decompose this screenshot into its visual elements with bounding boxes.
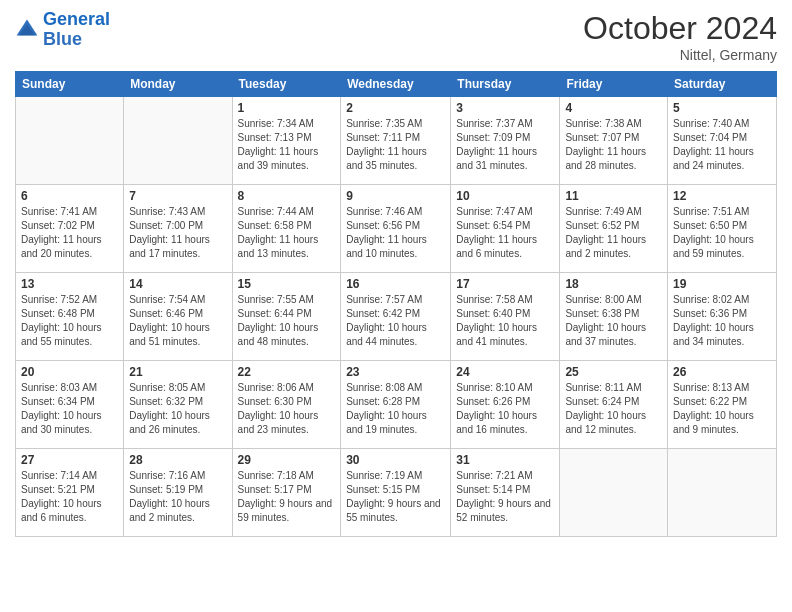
calendar-cell (16, 97, 124, 185)
day-number: 9 (346, 189, 445, 203)
day-info: Sunrise: 7:34 AM Sunset: 7:13 PM Dayligh… (238, 117, 336, 173)
day-info: Sunrise: 7:16 AM Sunset: 5:19 PM Dayligh… (129, 469, 226, 525)
day-info: Sunrise: 7:19 AM Sunset: 5:15 PM Dayligh… (346, 469, 445, 525)
weekday-header: Wednesday (341, 72, 451, 97)
calendar-table: SundayMondayTuesdayWednesdayThursdayFrid… (15, 71, 777, 537)
day-number: 19 (673, 277, 771, 291)
calendar-cell: 6Sunrise: 7:41 AM Sunset: 7:02 PM Daylig… (16, 185, 124, 273)
day-number: 6 (21, 189, 118, 203)
day-info: Sunrise: 7:58 AM Sunset: 6:40 PM Dayligh… (456, 293, 554, 349)
day-info: Sunrise: 7:41 AM Sunset: 7:02 PM Dayligh… (21, 205, 118, 261)
calendar-week-row: 20Sunrise: 8:03 AM Sunset: 6:34 PM Dayli… (16, 361, 777, 449)
day-number: 24 (456, 365, 554, 379)
day-info: Sunrise: 7:47 AM Sunset: 6:54 PM Dayligh… (456, 205, 554, 261)
calendar-cell: 17Sunrise: 7:58 AM Sunset: 6:40 PM Dayli… (451, 273, 560, 361)
day-info: Sunrise: 8:00 AM Sunset: 6:38 PM Dayligh… (565, 293, 662, 349)
day-info: Sunrise: 7:51 AM Sunset: 6:50 PM Dayligh… (673, 205, 771, 261)
calendar-cell: 7Sunrise: 7:43 AM Sunset: 7:00 PM Daylig… (124, 185, 232, 273)
day-info: Sunrise: 7:38 AM Sunset: 7:07 PM Dayligh… (565, 117, 662, 173)
day-number: 26 (673, 365, 771, 379)
day-number: 1 (238, 101, 336, 115)
location-subtitle: Nittel, Germany (583, 47, 777, 63)
calendar-cell: 31Sunrise: 7:21 AM Sunset: 5:14 PM Dayli… (451, 449, 560, 537)
logo-line1: General (43, 9, 110, 29)
day-number: 18 (565, 277, 662, 291)
calendar-week-row: 1Sunrise: 7:34 AM Sunset: 7:13 PM Daylig… (16, 97, 777, 185)
day-info: Sunrise: 7:46 AM Sunset: 6:56 PM Dayligh… (346, 205, 445, 261)
day-info: Sunrise: 7:52 AM Sunset: 6:48 PM Dayligh… (21, 293, 118, 349)
day-number: 13 (21, 277, 118, 291)
calendar-cell: 19Sunrise: 8:02 AM Sunset: 6:36 PM Dayli… (668, 273, 777, 361)
header: General Blue October 2024 Nittel, German… (15, 10, 777, 63)
calendar-cell: 29Sunrise: 7:18 AM Sunset: 5:17 PM Dayli… (232, 449, 341, 537)
day-info: Sunrise: 8:13 AM Sunset: 6:22 PM Dayligh… (673, 381, 771, 437)
calendar-cell: 15Sunrise: 7:55 AM Sunset: 6:44 PM Dayli… (232, 273, 341, 361)
weekday-header: Friday (560, 72, 668, 97)
day-number: 20 (21, 365, 118, 379)
weekday-header: Monday (124, 72, 232, 97)
calendar-cell: 4Sunrise: 7:38 AM Sunset: 7:07 PM Daylig… (560, 97, 668, 185)
calendar-cell: 21Sunrise: 8:05 AM Sunset: 6:32 PM Dayli… (124, 361, 232, 449)
day-number: 31 (456, 453, 554, 467)
day-number: 10 (456, 189, 554, 203)
calendar-cell: 12Sunrise: 7:51 AM Sunset: 6:50 PM Dayli… (668, 185, 777, 273)
day-number: 25 (565, 365, 662, 379)
day-number: 27 (21, 453, 118, 467)
day-info: Sunrise: 8:03 AM Sunset: 6:34 PM Dayligh… (21, 381, 118, 437)
day-number: 2 (346, 101, 445, 115)
calendar-week-row: 13Sunrise: 7:52 AM Sunset: 6:48 PM Dayli… (16, 273, 777, 361)
calendar-cell: 30Sunrise: 7:19 AM Sunset: 5:15 PM Dayli… (341, 449, 451, 537)
day-number: 23 (346, 365, 445, 379)
calendar-cell: 22Sunrise: 8:06 AM Sunset: 6:30 PM Dayli… (232, 361, 341, 449)
calendar-cell: 3Sunrise: 7:37 AM Sunset: 7:09 PM Daylig… (451, 97, 560, 185)
calendar-cell: 26Sunrise: 8:13 AM Sunset: 6:22 PM Dayli… (668, 361, 777, 449)
day-info: Sunrise: 7:21 AM Sunset: 5:14 PM Dayligh… (456, 469, 554, 525)
day-number: 3 (456, 101, 554, 115)
weekday-header-row: SundayMondayTuesdayWednesdayThursdayFrid… (16, 72, 777, 97)
day-info: Sunrise: 8:11 AM Sunset: 6:24 PM Dayligh… (565, 381, 662, 437)
day-number: 11 (565, 189, 662, 203)
title-block: October 2024 Nittel, Germany (583, 10, 777, 63)
day-info: Sunrise: 8:10 AM Sunset: 6:26 PM Dayligh… (456, 381, 554, 437)
day-info: Sunrise: 7:55 AM Sunset: 6:44 PM Dayligh… (238, 293, 336, 349)
day-number: 16 (346, 277, 445, 291)
calendar-cell: 23Sunrise: 8:08 AM Sunset: 6:28 PM Dayli… (341, 361, 451, 449)
calendar-cell: 16Sunrise: 7:57 AM Sunset: 6:42 PM Dayli… (341, 273, 451, 361)
calendar-cell: 2Sunrise: 7:35 AM Sunset: 7:11 PM Daylig… (341, 97, 451, 185)
day-info: Sunrise: 7:43 AM Sunset: 7:00 PM Dayligh… (129, 205, 226, 261)
calendar-cell (560, 449, 668, 537)
day-info: Sunrise: 7:18 AM Sunset: 5:17 PM Dayligh… (238, 469, 336, 525)
calendar-cell: 27Sunrise: 7:14 AM Sunset: 5:21 PM Dayli… (16, 449, 124, 537)
day-number: 15 (238, 277, 336, 291)
day-info: Sunrise: 7:37 AM Sunset: 7:09 PM Dayligh… (456, 117, 554, 173)
logo: General Blue (15, 10, 110, 50)
calendar-cell (668, 449, 777, 537)
day-info: Sunrise: 7:57 AM Sunset: 6:42 PM Dayligh… (346, 293, 445, 349)
day-number: 8 (238, 189, 336, 203)
day-info: Sunrise: 7:49 AM Sunset: 6:52 PM Dayligh… (565, 205, 662, 261)
day-number: 7 (129, 189, 226, 203)
logo-line2: Blue (43, 29, 82, 49)
calendar-cell: 25Sunrise: 8:11 AM Sunset: 6:24 PM Dayli… (560, 361, 668, 449)
day-number: 22 (238, 365, 336, 379)
logo-text: General Blue (43, 10, 110, 50)
day-number: 28 (129, 453, 226, 467)
calendar-cell: 9Sunrise: 7:46 AM Sunset: 6:56 PM Daylig… (341, 185, 451, 273)
day-number: 4 (565, 101, 662, 115)
calendar-cell: 18Sunrise: 8:00 AM Sunset: 6:38 PM Dayli… (560, 273, 668, 361)
calendar-cell: 28Sunrise: 7:16 AM Sunset: 5:19 PM Dayli… (124, 449, 232, 537)
calendar-cell: 14Sunrise: 7:54 AM Sunset: 6:46 PM Dayli… (124, 273, 232, 361)
weekday-header: Saturday (668, 72, 777, 97)
calendar-cell (124, 97, 232, 185)
weekday-header: Thursday (451, 72, 560, 97)
calendar-cell: 8Sunrise: 7:44 AM Sunset: 6:58 PM Daylig… (232, 185, 341, 273)
day-number: 5 (673, 101, 771, 115)
day-number: 21 (129, 365, 226, 379)
day-info: Sunrise: 8:05 AM Sunset: 6:32 PM Dayligh… (129, 381, 226, 437)
logo-icon (15, 18, 39, 42)
day-info: Sunrise: 8:02 AM Sunset: 6:36 PM Dayligh… (673, 293, 771, 349)
month-title: October 2024 (583, 10, 777, 47)
calendar-cell: 20Sunrise: 8:03 AM Sunset: 6:34 PM Dayli… (16, 361, 124, 449)
calendar-cell: 10Sunrise: 7:47 AM Sunset: 6:54 PM Dayli… (451, 185, 560, 273)
day-info: Sunrise: 8:06 AM Sunset: 6:30 PM Dayligh… (238, 381, 336, 437)
